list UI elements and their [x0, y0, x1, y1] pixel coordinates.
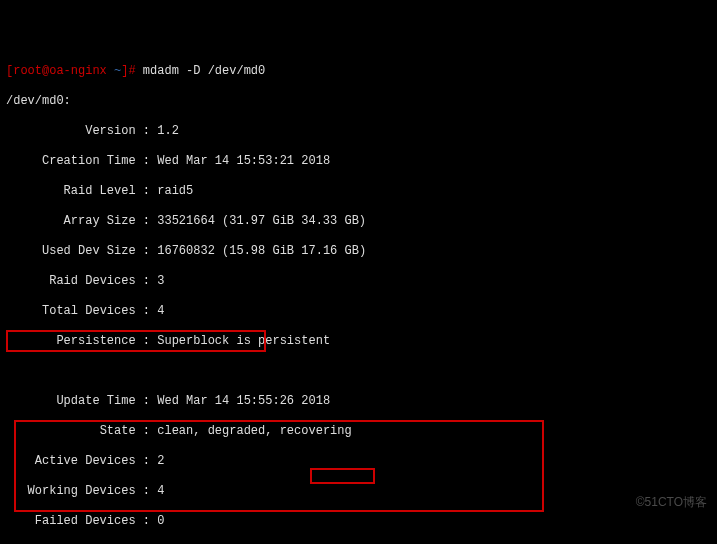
field-array-size: Array Size : 33521664 (31.97 GiB 34.33 G… [6, 214, 711, 229]
field-used-size: Used Dev Size : 16760832 (15.98 GiB 17.1… [6, 244, 711, 259]
field-state: State : clean, degraded, recovering [6, 424, 711, 439]
field-total-devices: Total Devices : 4 [6, 304, 711, 319]
field-active-devices: Active Devices : 2 [6, 454, 711, 469]
field-working-devices: Working Devices : 4 [6, 484, 711, 499]
field-raid-level: Raid Level : raid5 [6, 184, 711, 199]
field-persistence: Persistence : Superblock is persistent [6, 334, 711, 349]
field-failed-devices: Failed Devices : 0 [6, 514, 711, 529]
command-text: mdadm -D /dev/md0 [143, 64, 265, 78]
field-raid-devices: Raid Devices : 3 [6, 274, 711, 289]
highlight-rebuilding-word [310, 468, 375, 484]
device-line: /dev/md0: [6, 94, 711, 109]
field-update-time: Update Time : Wed Mar 14 15:55:26 2018 [6, 394, 711, 409]
field-ctime: Creation Time : Wed Mar 14 15:53:21 2018 [6, 154, 711, 169]
prompt-line: [root@oa-nginx ~]# mdadm -D /dev/md0 [6, 64, 711, 79]
field-version: Version : 1.2 [6, 124, 711, 139]
